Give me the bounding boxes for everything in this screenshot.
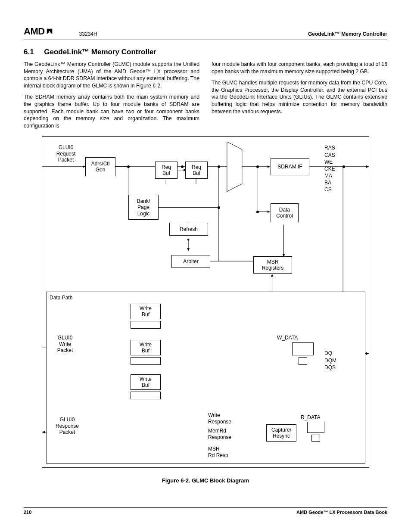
section-heading: 6.1 GeodeLink™ Memory Controller [24, 48, 387, 56]
box-req-buf-1: ReqBuf [155, 162, 177, 179]
label-write-response: WriteResponse [208, 412, 243, 425]
page-footer: 210 AMD Geode™ LX Processors Data Book [24, 507, 387, 515]
label-w-data: W_DATA [277, 335, 298, 341]
label-data-path: Data Path [50, 295, 72, 301]
label-glui0-response: GLUI0ResponsePacket [50, 417, 84, 435]
box-write-buf-2: WriteBuf [131, 340, 161, 355]
box-bank-page: Bank/PageLogic [128, 195, 159, 220]
box-capture-resync: Capture/Resync [266, 424, 296, 442]
amd-arrow-icon [46, 28, 53, 35]
box-write-buf-3: WriteBuf [131, 374, 161, 390]
box-msr-registers: MSRRegisters [253, 256, 292, 274]
header-title: GeodeLink™ Memory Controller [308, 31, 387, 37]
box-fifo-1 [131, 321, 161, 329]
box-adrs-ctl: Adrs/CtlGen [85, 157, 115, 176]
label-dq: DQDQMDQS [324, 350, 346, 371]
box-w-data-small [299, 357, 307, 365]
label-memrd-response: MemRdResponse [208, 428, 243, 440]
section-number: 6.1 [24, 48, 34, 56]
svg-line-4 [115, 149, 227, 160]
box-write-buf-1: WriteBuf [131, 304, 161, 319]
label-glui0-request: GLUI0RequestPacket [51, 144, 81, 163]
box-fifo-3 [131, 392, 161, 399]
page-header: AMD 33234H GeodeLink™ Memory Controller [24, 26, 387, 40]
figure-caption: Figure 6-2. GLMC Block Diagram [24, 477, 387, 484]
page-number: 210 [24, 510, 31, 515]
paragraph: The GLMC handles multiple requests for m… [212, 79, 387, 115]
box-sdram-if: SDRAM IF [271, 158, 309, 175]
body-text: The GeodeLink™ Memory Controller (GLMC) … [24, 61, 387, 129]
label-r-data: R_DATA [301, 414, 321, 420]
paragraph: The SDRAM memory array contains both the… [24, 93, 199, 129]
box-r-data-small [311, 435, 320, 442]
paragraph: The GeodeLink™ Memory Controller (GLMC) … [24, 61, 199, 89]
label-msr-rd-resp: MSRRd Resp [208, 446, 243, 458]
box-req-buf-2: ReqBuf [185, 162, 208, 179]
box-fifo-2 [131, 357, 161, 365]
book-title: AMD Geode™ LX Processors Data Book [296, 510, 387, 515]
paragraph: four module banks with four component ba… [212, 61, 387, 75]
doc-number: 33234H [79, 31, 97, 37]
label-signals-top: RASCASWECKEMABACS [324, 144, 346, 193]
box-data-control: DataControl [271, 203, 299, 222]
svg-marker-2 [227, 142, 242, 192]
logo-text: AMD [24, 26, 45, 37]
box-w-data [292, 342, 314, 355]
amd-logo: AMD [24, 26, 53, 37]
glmc-block-diagram: GLUI0RequestPacket RASCASWECKEMABACS Adr… [42, 136, 369, 468]
section-title: GeodeLink™ Memory Controller [44, 48, 156, 56]
label-glui0-write: GLUI0WritePacket [50, 335, 80, 353]
box-r-data [307, 422, 324, 433]
box-arbiter: Arbiter [171, 255, 210, 268]
box-refresh: Refresh [169, 223, 208, 236]
